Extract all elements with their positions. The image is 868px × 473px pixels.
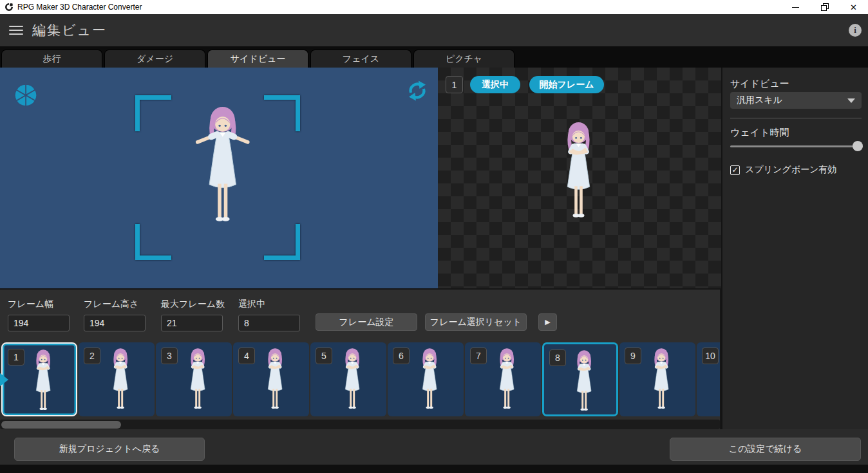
frame-character-sprite: [181, 346, 214, 413]
selected-frame-input[interactable]: [238, 315, 300, 331]
minimize-button[interactable]: [781, 0, 810, 14]
character-sprite-preview: [552, 119, 605, 223]
frame-thumbnail[interactable]: 2: [79, 342, 155, 416]
tab-sideview[interactable]: サイドビュー: [207, 50, 308, 68]
play-button[interactable]: ▶: [538, 313, 557, 331]
capture-bracket-bottom-left: [135, 224, 171, 260]
app-header: 編集ビュー i: [0, 14, 868, 46]
frame-character-sprite: [258, 346, 292, 413]
character-model-tpose: [191, 103, 254, 228]
check-icon: ✓: [731, 165, 738, 174]
sidebar-title: サイドビュー: [730, 78, 789, 90]
frame-settings-panel: フレーム幅 フレーム高さ 最大フレーム数 選択中 フレーム設定 フレーム選択リセ…: [0, 288, 721, 429]
frame-height-field: フレーム高さ: [84, 299, 146, 331]
refresh-icon[interactable]: [406, 79, 429, 102]
frame-character-sprite: [26, 348, 60, 414]
frame-thumbnail[interactable]: 9: [619, 342, 695, 416]
frame-width-label: フレーム幅: [8, 299, 70, 310]
frame-thumbnail[interactable]: 7: [465, 342, 541, 416]
start-frame-toggle-button[interactable]: 開始フレーム: [529, 76, 604, 93]
spring-bone-row[interactable]: ✓ スプリングボーン有効: [730, 164, 836, 176]
frame-number-badge: 2: [84, 348, 100, 364]
frame-thumbnail[interactable]: 5: [310, 342, 386, 416]
minimize-icon: [792, 7, 799, 8]
selected-frame-arrow-icon: [0, 373, 8, 387]
scrollbar-thumb[interactable]: [1, 421, 121, 429]
menu-button[interactable]: [9, 26, 23, 35]
close-button[interactable]: ✕: [839, 0, 868, 14]
max-frames-input[interactable]: [161, 315, 223, 331]
window-title: RPG Maker 3D Character Converter: [17, 3, 142, 12]
sideview-settings-sidebar: サイドビュー 汎用スキル ウェイト時間 ✓ スプリングボーン有効: [721, 68, 868, 429]
frame-reset-button[interactable]: フレーム選択リセット: [425, 313, 527, 331]
frame-character-sprite: [645, 346, 678, 413]
back-to-new-project-button[interactable]: 新規プロジェクトへ戻る: [14, 438, 205, 461]
frame-character-sprite: [567, 348, 601, 414]
frame-thumbnail[interactable]: 3: [156, 342, 232, 416]
capture-bracket-top-right: [264, 95, 300, 131]
frame-thumbnail[interactable]: 4: [233, 342, 309, 416]
wait-time-label: ウェイト時間: [730, 127, 789, 139]
frame-character-sprite: [335, 346, 369, 413]
chevron-down-icon: [847, 98, 855, 103]
frame-number-badge: 4: [238, 348, 255, 364]
wait-time-slider[interactable]: [730, 141, 863, 151]
frame-width-input[interactable]: [8, 315, 70, 331]
frame-character-sprite: [104, 346, 137, 413]
os-titlebar: RPG Maker 3D Character Converter ✕: [0, 0, 868, 14]
capture-bracket-top-left: [135, 95, 171, 131]
animation-type-dropdown[interactable]: 汎用スキル: [730, 92, 862, 109]
app-logo-icon: [5, 3, 14, 12]
frame-number-badge: 10: [702, 348, 719, 364]
frame-thumbnail[interactable]: 10: [697, 342, 721, 416]
frame-number-indicator: 1: [446, 76, 463, 93]
frame-number-badge: 8: [549, 349, 566, 366]
footer-bar: 新規プロジェクトへ戻る この設定で続ける: [0, 429, 868, 465]
frame-number-badge: 7: [470, 348, 487, 364]
sidebar-divider: [730, 118, 862, 118]
selected-frame-field: 選択中: [238, 299, 300, 331]
bottom-edge-strip: [0, 465, 868, 473]
wait-time-slider-thumb[interactable]: [853, 141, 863, 151]
tab-walk[interactable]: 歩行: [1, 50, 102, 68]
tab-damage[interactable]: ダメージ: [104, 50, 205, 68]
restore-icon: [821, 3, 829, 11]
frame-thumbnail[interactable]: 8: [542, 342, 618, 416]
frame-number-badge: 9: [625, 348, 641, 364]
close-icon: ✕: [850, 3, 857, 12]
frame-thumbnail[interactable]: 6: [388, 342, 464, 416]
capture-bracket-bottom-right: [264, 224, 300, 260]
frame-height-input[interactable]: [84, 315, 146, 331]
dropdown-value: 汎用スキル: [737, 95, 782, 106]
page-title: 編集ビュー: [32, 21, 107, 39]
frame-set-button[interactable]: フレーム設定: [316, 313, 417, 331]
horizontal-scrollbar[interactable]: [0, 420, 720, 429]
continue-button[interactable]: この設定で続ける: [670, 438, 861, 461]
info-button[interactable]: i: [849, 24, 862, 37]
frame-number-badge: 3: [161, 348, 178, 364]
aperture-icon[interactable]: [13, 82, 39, 108]
tab-bar: 歩行 ダメージ サイドビュー フェイス ピクチャ: [0, 46, 868, 68]
frame-strip: 1 2: [0, 342, 721, 418]
max-frames-label: 最大フレーム数: [161, 299, 225, 310]
window-controls: ✕: [781, 0, 868, 14]
selected-frame-label: 選択中: [238, 299, 300, 310]
max-frames-field: 最大フレーム数: [161, 299, 225, 331]
frame-height-label: フレーム高さ: [84, 299, 146, 310]
frame-character-sprite: [490, 346, 524, 413]
selected-toggle-button[interactable]: 選択中: [470, 76, 520, 93]
spring-bone-label: スプリングボーン有効: [745, 164, 836, 176]
tab-picture[interactable]: ピクチャ: [413, 50, 514, 68]
frame-number-badge: 5: [316, 348, 332, 364]
character-preview-viewport: [0, 68, 438, 288]
restore-button[interactable]: [810, 0, 839, 14]
sprite-frame-panel: 1 選択中 開始フレーム: [438, 68, 721, 288]
spring-bone-checkbox[interactable]: ✓: [730, 165, 740, 175]
frame-width-field: フレーム幅: [8, 299, 70, 331]
frame-thumbnail[interactable]: 1: [1, 342, 77, 416]
tab-face[interactable]: フェイス: [310, 50, 411, 68]
slider-track[interactable]: [730, 145, 863, 147]
frame-number-badge: 6: [393, 348, 410, 364]
frame-character-sprite: [413, 346, 446, 413]
frame-number-badge: 1: [8, 349, 24, 366]
